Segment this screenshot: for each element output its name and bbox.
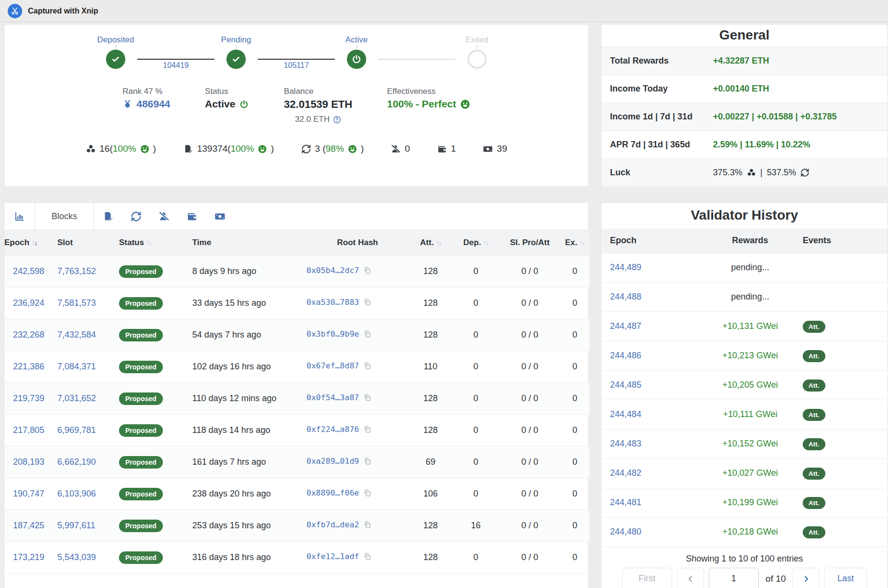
medal-icon bbox=[122, 99, 133, 109]
root-hash-link[interactable]: 0x67ef…8d87 bbox=[306, 361, 359, 370]
user-slash-icon bbox=[391, 144, 401, 154]
root-hash-link[interactable]: 0xa289…01d9 bbox=[306, 457, 359, 466]
epoch-link[interactable]: 244,480 bbox=[610, 527, 641, 536]
epoch-link[interactable]: 244,486 bbox=[610, 351, 641, 360]
epoch-link[interactable]: 232,268 bbox=[13, 330, 44, 340]
income-today-row: Income Today +0.00140 ETH bbox=[601, 75, 888, 103]
slashings-cell: 0 / 0 bbox=[499, 382, 560, 414]
slot-link[interactable]: 7,581,573 bbox=[57, 298, 96, 308]
slot-link[interactable]: 6,103,906 bbox=[57, 489, 96, 498]
column-header[interactable]: Epoch↑↓ bbox=[4, 230, 57, 255]
root-hash-link[interactable]: 0x8890…f06e bbox=[306, 488, 359, 497]
sync-committee-stat[interactable]: 3 (98% ) bbox=[301, 144, 364, 154]
tab-deposits[interactable] bbox=[178, 203, 206, 230]
epoch-link[interactable]: 173,219 bbox=[13, 552, 44, 562]
epoch-link[interactable]: 244,489 bbox=[610, 262, 641, 272]
entries-summary: Showing 1 to 10 of 100 entries bbox=[601, 554, 888, 564]
root-hash-link[interactable]: 0x3bf0…9b9e bbox=[306, 329, 359, 339]
copy-icon[interactable] bbox=[363, 425, 371, 436]
root-hash-link[interactable]: 0xfe12…1adf bbox=[306, 552, 359, 561]
copy-icon[interactable] bbox=[363, 266, 371, 277]
root-hash-link[interactable]: 0xa530…7883 bbox=[306, 298, 359, 307]
epoch-link[interactable]: 244,481 bbox=[610, 497, 641, 507]
wallet-icon bbox=[186, 211, 198, 222]
epoch-column-header: Epoch bbox=[601, 229, 710, 253]
slot-link[interactable]: 5,543,039 bbox=[57, 552, 96, 562]
copy-icon[interactable] bbox=[363, 393, 371, 404]
root-hash-link[interactable]: 0xf224…a876 bbox=[306, 425, 359, 434]
attestations-stat[interactable]: 139374(100% ) bbox=[183, 144, 274, 154]
last-page-button[interactable]: Last bbox=[824, 568, 867, 588]
slot-link[interactable]: 7,432,584 bbox=[57, 330, 96, 340]
slot-link[interactable]: 7,084,371 bbox=[57, 362, 96, 371]
block-row: 221,386 7,084,371 Proposed 102 days 16 h… bbox=[4, 351, 589, 382]
epoch-link[interactable]: 217,805 bbox=[13, 425, 44, 435]
status-value: Active bbox=[205, 98, 235, 110]
history-row: 244,484 +10,111 GWei Att. bbox=[601, 400, 888, 429]
slot-link[interactable]: 7,763,152 bbox=[57, 266, 96, 276]
tab-charts[interactable] bbox=[4, 203, 35, 230]
copy-icon[interactable] bbox=[363, 457, 371, 468]
tab-withdrawals[interactable] bbox=[206, 203, 234, 230]
history-row: 244,486 +10,213 GWei Att. bbox=[601, 341, 888, 370]
column-header[interactable]: Sl. Pro/Att↑↓ bbox=[499, 230, 560, 255]
copy-icon[interactable] bbox=[363, 489, 371, 499]
root-hash-link[interactable]: 0x0f54…3a87 bbox=[306, 393, 359, 402]
epoch-link[interactable]: 242,598 bbox=[13, 266, 44, 276]
epoch-link[interactable]: 244,484 bbox=[610, 409, 641, 419]
tab-blocks[interactable]: Blocks bbox=[35, 203, 94, 230]
epoch-link[interactable]: 221,386 bbox=[13, 362, 44, 371]
status-badge: Proposed bbox=[119, 424, 163, 437]
attestations-cell: 110 bbox=[409, 351, 452, 382]
epoch-link[interactable]: 236,924 bbox=[13, 298, 44, 308]
root-hash-link[interactable]: 0xfb7d…dea2 bbox=[306, 520, 359, 529]
sync-icon bbox=[131, 211, 142, 222]
first-page-button[interactable]: First bbox=[622, 568, 672, 588]
next-page-button[interactable] bbox=[793, 568, 820, 588]
epoch-link[interactable]: 244,487 bbox=[610, 321, 641, 331]
epoch-link[interactable]: 244,482 bbox=[610, 468, 641, 478]
money-bill-icon bbox=[483, 144, 493, 154]
slot-link[interactable]: 6,969,781 bbox=[57, 425, 96, 435]
copy-icon[interactable] bbox=[363, 298, 371, 309]
column-header[interactable]: Root Hash↑↓ bbox=[306, 230, 409, 255]
copy-icon[interactable] bbox=[363, 552, 371, 563]
epoch-link[interactable]: 244,488 bbox=[610, 292, 641, 301]
reward-value: +10,131 GWei bbox=[710, 312, 790, 341]
epoch-link[interactable]: 190,747 bbox=[13, 489, 44, 498]
column-header[interactable]: Slot↑↓ bbox=[57, 230, 119, 255]
tab-slashings[interactable] bbox=[150, 203, 178, 230]
copy-icon[interactable] bbox=[363, 521, 371, 531]
status-badge: Proposed bbox=[119, 520, 163, 532]
epoch-link[interactable]: 187,425 bbox=[13, 521, 44, 530]
sort-arrows-icon: ↑↓ bbox=[483, 239, 488, 247]
slashings-stat[interactable]: 0 bbox=[391, 144, 410, 154]
tab-sync-duties[interactable] bbox=[122, 203, 150, 230]
withdrawals-stat[interactable]: 39 bbox=[483, 144, 507, 154]
root-hash-link[interactable]: 0x05b4…2dc7 bbox=[306, 266, 359, 275]
epoch-link[interactable]: 244,483 bbox=[610, 439, 641, 448]
deposits-cell: 0 bbox=[452, 351, 499, 382]
epoch-link[interactable]: 219,739 bbox=[13, 393, 44, 403]
deposits-stat[interactable]: 1 bbox=[437, 144, 456, 154]
tab-attestations[interactable] bbox=[94, 203, 122, 230]
blocks-stat[interactable]: 16(100% ) bbox=[86, 144, 156, 154]
epoch-link[interactable]: 208,193 bbox=[13, 457, 44, 467]
column-header[interactable]: Dep.↑↓ bbox=[452, 230, 499, 255]
slot-link[interactable]: 6,662,190 bbox=[57, 457, 96, 467]
column-header[interactable]: Time↑↓ bbox=[192, 230, 306, 255]
page-number-input[interactable] bbox=[709, 568, 759, 588]
copy-icon[interactable] bbox=[363, 362, 371, 372]
previous-page-button[interactable] bbox=[677, 568, 704, 588]
epoch-link[interactable]: 244,485 bbox=[610, 380, 641, 390]
column-header[interactable]: Att.↑↓ bbox=[409, 230, 452, 255]
connector-value: 104419 bbox=[163, 61, 188, 70]
slot-link[interactable]: 7,031,652 bbox=[57, 393, 96, 403]
slot-link[interactable]: 5,997,611 bbox=[57, 521, 95, 530]
luck-row: Luck 375.3% | 537.5% bbox=[601, 159, 888, 187]
question-circle-icon[interactable] bbox=[333, 116, 341, 124]
column-header[interactable]: Status↑↓ bbox=[119, 230, 192, 255]
rank-value-link[interactable]: 486944 bbox=[136, 98, 170, 110]
column-header[interactable]: Ex.↑↓ bbox=[560, 230, 589, 255]
copy-icon[interactable] bbox=[363, 330, 371, 340]
